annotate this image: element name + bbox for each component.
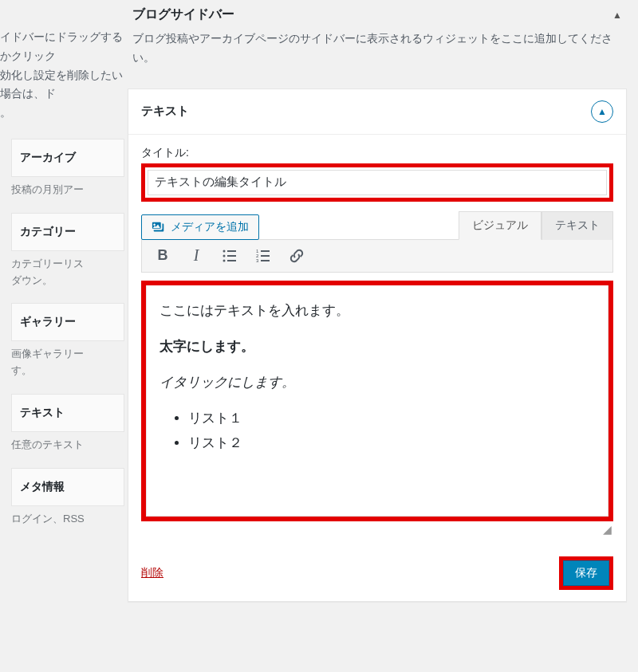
text-widget-panel: テキスト ▲ タイトル: メディアを追加 ビジュアル テ <box>128 88 627 602</box>
widget-desc-text: 任意のテキスト <box>11 437 124 454</box>
save-button[interactable]: 保存 <box>563 560 609 586</box>
widget-title: アーカイブ <box>20 151 76 163</box>
tab-visual[interactable]: ビジュアル <box>459 211 542 240</box>
editor-line: ここにはテキストを入れます。 <box>160 300 595 321</box>
bullet-list-button[interactable] <box>220 246 239 265</box>
sidebar-header[interactable]: ブログサイドバー ▲ <box>128 0 627 26</box>
tab-text[interactable]: テキスト <box>542 211 613 240</box>
link-button[interactable] <box>287 246 306 265</box>
editor-format-toolbar: B I 123 <box>141 239 613 273</box>
save-button-highlight: 保存 <box>559 556 613 590</box>
sidebar-title: ブログサイドバー <box>132 6 234 23</box>
available-widgets-column: イドバーにドラッグするかクリック 効化し設定を削除したい場合は、ド 。 アーカイ… <box>0 0 128 672</box>
collapse-toggle-button[interactable]: ▲ <box>591 100 613 123</box>
widget-panel-header[interactable]: テキスト ▲ <box>128 89 626 135</box>
widget-title: テキスト <box>20 406 65 419</box>
widget-desc-archive: 投稿の月別アー <box>11 182 124 198</box>
widget-desc-gallery: 画像ギャラリー す。 <box>11 346 124 379</box>
widgets-intro-text: イドバーにドラッグするかクリック 効化し設定を削除したい場合は、ド 。 <box>0 28 128 139</box>
widget-title: カテゴリー <box>20 225 76 238</box>
intro-line: 。 <box>0 104 123 123</box>
widget-item-meta[interactable]: メタ情報 <box>11 468 124 506</box>
svg-rect-11 <box>261 260 270 261</box>
widget-desc-category: カテゴリーリス ダウン。 <box>11 256 124 289</box>
widget-desc-meta: ログイン、RSS <box>11 511 124 528</box>
widget-item-text[interactable]: テキスト <box>11 394 124 432</box>
editor-content-highlight: ここにはテキストを入れます。 太字にします。 イタリックにします。 リスト１ リ… <box>141 281 613 521</box>
editor-content-area[interactable]: ここにはテキストを入れます。 太字にします。 イタリックにします。 リスト１ リ… <box>146 285 608 517</box>
widget-item-gallery[interactable]: ギャラリー <box>11 303 124 341</box>
widget-title: ギャラリー <box>20 315 76 328</box>
bullet-list-icon <box>222 248 238 264</box>
svg-rect-9 <box>261 255 270 257</box>
editor-tabs: ビジュアル テキスト <box>459 211 613 240</box>
bold-button[interactable]: B <box>153 246 172 265</box>
sidebar-description: ブログ投稿やアーカイブページのサイドバーに表示されるウィジェットをここに追加して… <box>128 26 627 84</box>
numbered-list-button[interactable]: 123 <box>254 246 273 265</box>
editor-list-item: リスト１ <box>188 407 595 429</box>
intro-line: イドバーにドラッグするかクリック <box>0 28 123 66</box>
delete-link[interactable]: 削除 <box>141 566 163 580</box>
svg-rect-3 <box>227 255 236 257</box>
editor-line-bold: 太字にします。 <box>160 336 595 357</box>
svg-rect-7 <box>261 250 270 252</box>
caret-up-icon: ▲ <box>612 10 622 21</box>
svg-point-2 <box>223 254 226 257</box>
svg-point-0 <box>223 250 226 252</box>
link-icon <box>289 248 305 264</box>
resize-handle-icon[interactable]: ◢ <box>141 521 613 537</box>
add-media-label: メディアを追加 <box>171 220 249 234</box>
widget-title: メタ情報 <box>20 480 65 493</box>
editor-line-italic: イタリックにします。 <box>160 371 595 393</box>
widget-item-archive[interactable]: アーカイブ <box>11 139 124 177</box>
numbered-list-icon: 123 <box>255 248 271 264</box>
editor-list-item: リスト２ <box>188 432 595 454</box>
title-field-label: タイトル: <box>141 146 613 160</box>
widget-panel-footer: 削除 保存 <box>128 548 626 601</box>
svg-text:3: 3 <box>256 258 259 263</box>
editor-list: リスト１ リスト２ <box>188 407 595 454</box>
italic-button[interactable]: I <box>187 246 206 265</box>
caret-up-icon: ▲ <box>597 106 607 117</box>
widget-title-input[interactable] <box>148 170 607 195</box>
title-input-highlight <box>141 163 613 202</box>
widget-panel-title: テキスト <box>141 104 189 119</box>
svg-rect-1 <box>227 250 236 252</box>
add-media-button[interactable]: メディアを追加 <box>141 214 259 240</box>
svg-rect-5 <box>227 260 236 261</box>
media-icon <box>152 220 166 234</box>
svg-point-4 <box>223 259 226 261</box>
intro-line: 効化し設定を削除したい場合は、ド <box>0 66 123 104</box>
widget-item-category[interactable]: カテゴリー <box>11 213 124 251</box>
sidebar-area: ブログサイドバー ▲ ブログ投稿やアーカイブページのサイドバーに表示されるウィジ… <box>128 0 638 672</box>
